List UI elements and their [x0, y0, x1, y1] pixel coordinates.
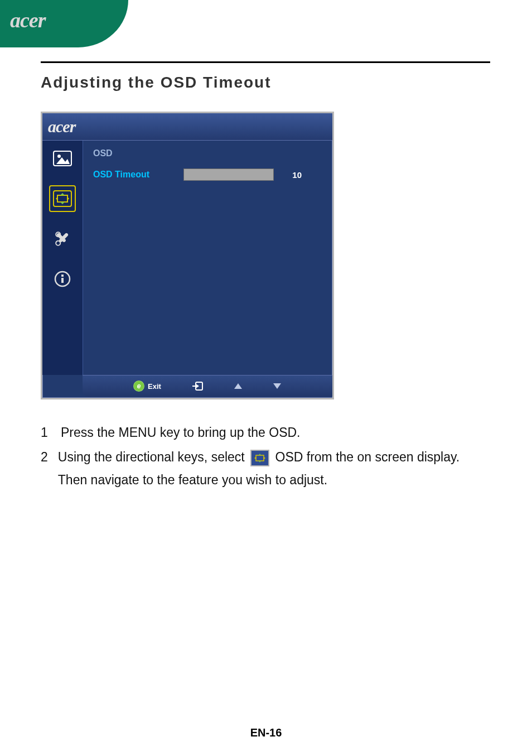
step-2-text-a: Using the directional keys, select	[58, 450, 248, 464]
info-icon[interactable]	[50, 267, 75, 291]
horizontal-rule	[41, 61, 490, 63]
svg-marker-19	[273, 383, 281, 389]
osd-footer: e Exit	[83, 375, 332, 397]
svg-rect-20	[256, 455, 264, 461]
footer-down-button[interactable]	[273, 383, 282, 389]
svg-rect-14	[61, 278, 64, 283]
header-corner: acer	[0, 0, 128, 47]
osd-content: OSD OSD Timeout 10	[83, 141, 332, 375]
step-1-text: Press the MENU key to bring up the OSD.	[61, 421, 301, 444]
svg-marker-22	[259, 461, 261, 463]
picture-icon[interactable]	[50, 146, 75, 171]
exit-label: Exit	[148, 382, 161, 391]
brand-logo-text: acer	[10, 8, 46, 32]
svg-marker-5	[60, 193, 65, 195]
svg-rect-15	[61, 275, 64, 277]
tools-icon[interactable]	[50, 227, 75, 251]
step-number-1: 1	[41, 421, 51, 444]
section-title: Adjusting the OSD Timeout	[41, 74, 271, 92]
footer-e-button[interactable]: e Exit	[133, 381, 161, 392]
osd-timeout-slider[interactable]	[183, 168, 274, 181]
osd-header: acer	[42, 113, 332, 141]
svg-marker-24	[264, 457, 265, 459]
svg-marker-6	[60, 202, 65, 204]
footer-up-button[interactable]	[234, 383, 243, 389]
osd-sidebar	[42, 141, 83, 375]
svg-point-1	[57, 155, 61, 158]
page-number: EN-16	[0, 726, 532, 739]
osd-settings-icon[interactable]	[50, 186, 75, 211]
footer-enter-button[interactable]	[191, 381, 204, 391]
step-2-text: Using the directional keys, select OSD f…	[58, 446, 490, 491]
svg-rect-4	[57, 195, 67, 202]
step-number-2: 2	[41, 446, 48, 491]
instructions: 1 Press the MENU key to bring up the OSD…	[41, 421, 490, 493]
inline-osd-icon	[250, 450, 269, 466]
arrow-down-icon	[273, 383, 282, 389]
svg-marker-23	[254, 457, 256, 459]
osd-timeout-value: 10	[286, 170, 302, 180]
osd-timeout-row: OSD Timeout 10	[93, 168, 323, 181]
svg-marker-18	[234, 383, 242, 389]
osd-timeout-label: OSD Timeout	[93, 170, 171, 180]
osd-panel: acer	[41, 112, 334, 399]
svg-marker-21	[259, 454, 261, 455]
osd-content-title: OSD	[93, 148, 323, 158]
enter-icon	[191, 381, 204, 391]
arrow-up-icon	[234, 383, 243, 389]
osd-brand-logo: acer	[48, 117, 75, 136]
svg-marker-17	[196, 384, 199, 388]
e-badge-icon: e	[133, 381, 144, 392]
